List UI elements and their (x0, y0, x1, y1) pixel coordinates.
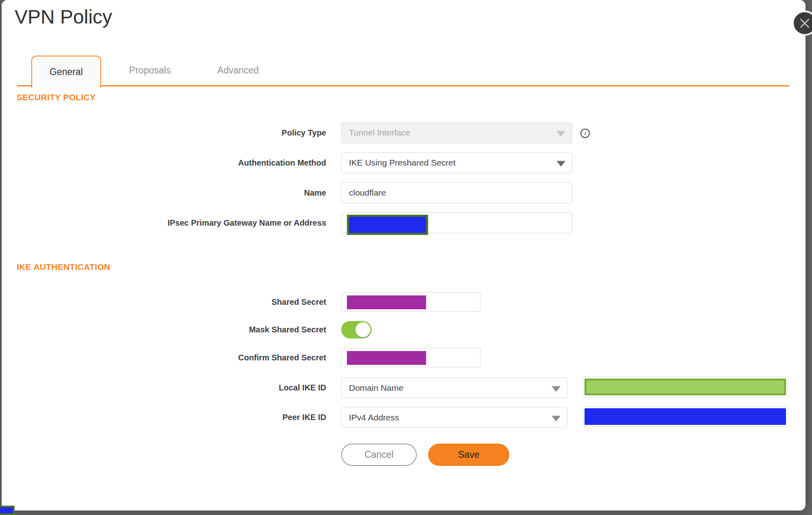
tab-proposals[interactable]: Proposals (115, 56, 184, 85)
gateway-redacted-value (347, 215, 428, 235)
local-ike-id-label: Local IKE ID (2, 377, 326, 398)
confirm-shared-secret-label: Confirm Shared Secret (2, 348, 326, 367)
gateway-label: IPsec Primary Gateway Name or Address (2, 212, 326, 233)
ike-authentication-heading: IKE AUTHENTICATION (17, 262, 110, 272)
name-value: cloudflare (349, 188, 386, 198)
name-input[interactable]: cloudflare (341, 182, 572, 203)
save-button[interactable]: Save (428, 444, 509, 466)
save-button-label: Save (458, 449, 479, 460)
tab-general-label: General (50, 67, 83, 78)
chevron-down-icon (552, 386, 561, 392)
confirm-shared-secret-redacted-value (347, 351, 426, 365)
local-ike-id-value-input[interactable] (582, 377, 788, 397)
chevron-down-icon (556, 131, 565, 137)
gateway-input[interactable] (341, 212, 572, 233)
authentication-method-label: Authentication Method (2, 152, 326, 173)
local-ike-id-value: Domain Name (349, 383, 403, 393)
policy-type-select: Tunnel Interface (341, 122, 572, 143)
shared-secret-label: Shared Secret (2, 292, 326, 312)
cancel-button-label: Cancel (364, 449, 394, 460)
close-icon (799, 18, 810, 28)
name-label: Name (2, 182, 326, 203)
toggle-knob (355, 322, 370, 337)
page-background: { "dialog": { "title": "VPN Policy" }, "… (0, 0, 812, 515)
peer-ike-id-select[interactable]: IPv4 Address (341, 407, 567, 428)
chevron-down-icon (556, 161, 565, 167)
security-policy-heading: SECURITY POLICY (17, 93, 95, 102)
shared-secret-input[interactable] (341, 292, 481, 312)
vpn-policy-dialog: VPN Policy General Proposals Advanced SE… (2, 0, 806, 511)
page-title: VPN Policy (15, 6, 112, 28)
cancel-button[interactable]: Cancel (341, 444, 417, 466)
local-ike-id-select[interactable]: Domain Name (341, 377, 567, 398)
mask-shared-secret-toggle[interactable] (341, 321, 372, 338)
peer-ike-id-value: IPv4 Address (349, 413, 399, 422)
policy-type-label: Policy Type (2, 122, 326, 143)
tab-proposals-label: Proposals (129, 65, 171, 76)
tab-advanced-label: Advanced (217, 65, 259, 76)
shared-secret-redacted-value (347, 295, 426, 309)
confirm-shared-secret-input[interactable] (341, 348, 481, 367)
peer-ike-id-label: Peer IKE ID (2, 407, 326, 428)
mask-shared-secret-label: Mask Shared Secret (2, 319, 326, 340)
local-ike-id-redacted-value (585, 379, 786, 395)
authentication-method-value: IKE Using Preshared Secret (349, 158, 456, 168)
tab-underline (17, 85, 789, 86)
authentication-method-select[interactable]: IKE Using Preshared Secret (341, 152, 572, 173)
peer-ike-id-redacted-value (585, 408, 786, 425)
tab-advanced[interactable]: Advanced (204, 56, 273, 85)
policy-type-value: Tunnel Interface (349, 128, 410, 138)
corner-redacted-chip (0, 506, 15, 515)
info-icon[interactable]: i (580, 129, 590, 138)
chevron-down-icon (552, 416, 561, 421)
peer-ike-id-value-input[interactable] (582, 406, 788, 427)
tab-general[interactable]: General (31, 56, 101, 88)
